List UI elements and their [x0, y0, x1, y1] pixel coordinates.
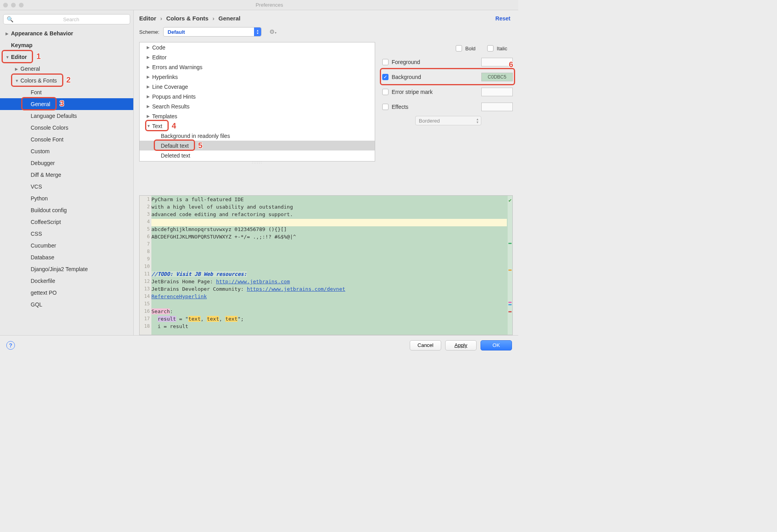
attr-tree-item[interactable]: ▼Text: [140, 121, 375, 131]
crumb-0[interactable]: Editor: [139, 15, 156, 22]
sidebar-item[interactable]: GQL: [0, 299, 133, 310]
effects-option[interactable]: Effects: [382, 99, 513, 114]
stripe-mark[interactable]: [508, 304, 512, 305]
stripe-mark[interactable]: [508, 302, 512, 303]
bold-option[interactable]: Bold: [456, 45, 475, 51]
stripe-mark[interactable]: [508, 270, 512, 271]
sidebar-item[interactable]: ▶Appearance & Behavior: [0, 28, 133, 39]
search-input[interactable]: [16, 17, 127, 22]
italic-option[interactable]: Italic: [487, 45, 507, 51]
code-line: [151, 219, 507, 226]
sidebar-item[interactable]: Python: [0, 193, 133, 204]
reset-button[interactable]: Reset: [495, 15, 510, 22]
attr-tree-item[interactable]: Default text: [140, 141, 375, 150]
crumb-2[interactable]: General: [219, 15, 241, 22]
checkbox-icon[interactable]: [382, 59, 388, 65]
sidebar-item-label: Buildout config: [31, 207, 67, 213]
breadcrumb: Editor › Colors & Fonts › General: [139, 15, 495, 22]
preview-editor[interactable]: 123456789101112131415161718 PyCharm is a…: [139, 195, 513, 335]
error-stripe-option[interactable]: Error stripe mark: [382, 84, 513, 99]
sidebar-item[interactable]: General: [0, 98, 133, 110]
foreground-option[interactable]: Foreground: [382, 55, 513, 70]
code-line: PyCharm is a full-featured IDE: [151, 196, 507, 204]
ok-button[interactable]: OK: [481, 340, 512, 350]
checkbox-icon[interactable]: [487, 45, 493, 51]
help-button[interactable]: ?: [6, 341, 15, 350]
checkbox-icon[interactable]: [382, 104, 388, 110]
footer: ? Cancel Apply OK: [0, 335, 518, 355]
attr-tree-item[interactable]: ▶Hyperlinks: [140, 72, 375, 82]
sidebar-item[interactable]: Keymap: [0, 39, 133, 51]
attr-tree-item[interactable]: ▶Errors and Warnings: [140, 62, 375, 72]
sidebar-item[interactable]: Diff & Merge: [0, 169, 133, 181]
code-line: result = "text, text, text";: [151, 316, 507, 323]
attr-tree-item[interactable]: Deleted text: [140, 150, 375, 160]
effects-swatch[interactable]: [481, 103, 513, 111]
sidebar-item-label: Debugger: [31, 160, 55, 166]
checkbox-icon[interactable]: [382, 89, 388, 95]
attr-tree-item[interactable]: Background in readonly files: [140, 131, 375, 141]
sidebar-item-label: Language Defaults: [31, 113, 77, 119]
attr-tree-item[interactable]: ▶Line Coverage: [140, 82, 375, 92]
sidebar-item[interactable]: ▼Editor: [0, 51, 133, 63]
foreground-swatch[interactable]: [481, 58, 513, 66]
attr-tree-item[interactable]: ▶Code: [140, 42, 375, 52]
sidebar-item[interactable]: Debugger: [0, 157, 133, 169]
sidebar-item[interactable]: Buildout config: [0, 204, 133, 216]
attr-tree-label: Deleted text: [161, 152, 190, 159]
error-stripe[interactable]: ✔: [508, 196, 512, 335]
cancel-button[interactable]: Cancel: [410, 340, 441, 350]
attr-tree-item[interactable]: ▶Search Results: [140, 101, 375, 111]
sidebar-item-label: Console Colors: [31, 125, 68, 131]
attr-tree-label: Background in readonly files: [161, 133, 230, 139]
checkbox-icon[interactable]: [456, 45, 462, 51]
sidebar-item[interactable]: CoffeeScript: [0, 216, 133, 228]
settings-tree[interactable]: ▶Appearance & BehaviorKeymap▼Editor▶Gene…: [0, 27, 133, 335]
background-option[interactable]: ✓ Background C0DBC5: [382, 70, 513, 84]
effects-select[interactable]: Bordered ▴▾: [415, 116, 481, 125]
sidebar-item[interactable]: Database: [0, 251, 133, 263]
scheme-select[interactable]: Default ▲▼: [163, 27, 261, 37]
background-swatch[interactable]: C0DBC5: [481, 73, 513, 81]
minimize-icon[interactable]: [11, 3, 16, 7]
sidebar-item[interactable]: Font: [0, 86, 133, 98]
attr-tree-item[interactable]: ▶Editor: [140, 52, 375, 62]
attr-tree-item[interactable]: ▶Templates: [140, 111, 375, 121]
sidebar-item-label: Font: [31, 89, 42, 95]
sidebar-item[interactable]: CSS: [0, 228, 133, 240]
zoom-icon[interactable]: [19, 3, 24, 7]
close-icon[interactable]: [3, 3, 8, 7]
sidebar-item-label: Custom: [31, 148, 50, 154]
sidebar-item[interactable]: Console Colors: [0, 122, 133, 134]
attr-tree-item[interactable]: ▶Popups and Hints: [140, 92, 375, 101]
effects-value: Bordered: [419, 118, 440, 124]
disclosure-right-icon: ▶: [147, 45, 152, 50]
content: 🔍 ▶Appearance & BehaviorKeymap▼Editor▶Ge…: [0, 10, 518, 335]
sidebar-item[interactable]: ▼Colors & Fonts: [0, 75, 133, 86]
stripe-mark[interactable]: [508, 243, 512, 244]
stripe-mark[interactable]: [508, 311, 512, 312]
sidebar-item[interactable]: VCS: [0, 181, 133, 193]
titlebar: Preferences: [0, 0, 518, 10]
sidebar-item[interactable]: Language Defaults: [0, 110, 133, 122]
search-input-wrap[interactable]: 🔍: [3, 14, 130, 24]
code-line: [151, 301, 507, 308]
sidebar-item[interactable]: Cucumber: [0, 240, 133, 251]
gear-icon[interactable]: ⚙▾: [265, 28, 276, 35]
resize-grip[interactable]: ::::::: [139, 161, 375, 164]
bold-label: Bold: [465, 46, 475, 51]
sidebar-item[interactable]: ▶General: [0, 63, 133, 75]
sidebar-item[interactable]: Dockerfile: [0, 275, 133, 287]
checkbox-icon[interactable]: ✓: [382, 74, 388, 80]
apply-button[interactable]: Apply: [445, 340, 477, 350]
error-stripe-swatch[interactable]: [481, 88, 513, 96]
sidebar-item[interactable]: Custom: [0, 145, 133, 157]
sidebar-item-label: Database: [31, 254, 54, 260]
sidebar-item[interactable]: Django/Jinja2 Template: [0, 263, 133, 275]
sidebar-item[interactable]: gettext PO: [0, 287, 133, 299]
sidebar-item[interactable]: Console Font: [0, 134, 133, 145]
attribute-tree[interactable]: ▶Code▶Editor▶Errors and Warnings▶Hyperli…: [139, 42, 375, 161]
crumb-1[interactable]: Colors & Fonts: [166, 15, 209, 22]
attr-tree-label: Templates: [152, 113, 177, 119]
attr-tree-label: Line Coverage: [152, 84, 188, 90]
